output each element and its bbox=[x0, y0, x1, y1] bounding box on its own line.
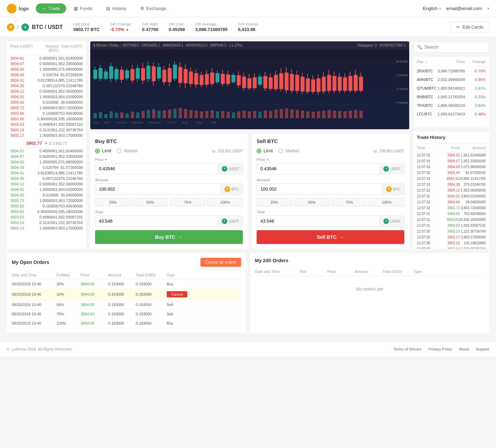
buy-limit-tab[interactable]: Limit bbox=[95, 148, 111, 153]
svg-rect-116 bbox=[125, 113, 129, 118]
sell-market-radio[interactable] bbox=[278, 149, 283, 153]
trade-history-row: 12:07:303903.191,222.30736764 bbox=[413, 246, 489, 249]
pair-row[interactable]: LTC/BTC1,699.62173419-0.48% bbox=[413, 110, 489, 119]
bid-row[interactable]: 3904.413.81238514,885.11411785 bbox=[7, 170, 86, 176]
main-content: Price (USDT) Amount (BTC) Total (USDT) 3… bbox=[0, 37, 496, 253]
sell-total-input[interactable] bbox=[257, 216, 380, 226]
chart-area: ₿ Bitcoin / Dollar, □ BITFINEX · OPEN655… bbox=[90, 41, 409, 249]
terms-link[interactable]: Terms of Service bbox=[393, 347, 422, 351]
svg-rect-104 bbox=[349, 76, 352, 91]
bid-row[interactable]: 3903.656.90000026,935.18500000 bbox=[7, 209, 86, 214]
bid-row[interactable]: 3903.101.0000003,903.17000000 bbox=[7, 225, 86, 231]
bid-row[interactable]: 3904.490.02076481.07283036 bbox=[7, 165, 86, 170]
user-email[interactable]: email@email.com bbox=[446, 6, 482, 11]
sell-price-drop-icon: ▾ bbox=[267, 158, 268, 161]
cancel-all-orders-button[interactable]: Cancel all orders bbox=[200, 258, 241, 267]
ask-row[interactable]: 3904.300.097132379.23246760 bbox=[7, 83, 86, 89]
pair-row[interactable]: ZRX/BTC3,086.71089785-5.70% bbox=[413, 67, 489, 75]
ask-row[interactable]: 3904.670.5000001,952.33500000 bbox=[7, 61, 86, 67]
bid-row[interactable]: 3904.011.0000003,904.01000000 bbox=[7, 187, 86, 192]
pair-row[interactable]: QTUM/BTC1,883.961483212.91% bbox=[413, 84, 489, 93]
sell-action-button[interactable]: Sell BTC → bbox=[257, 230, 404, 244]
edit-cards-button[interactable]: ✏ Edit Cards bbox=[451, 21, 489, 33]
sell-limit-tab[interactable]: Limit bbox=[257, 148, 273, 153]
about-link[interactable]: About bbox=[459, 347, 469, 351]
ask-row[interactable]: 3903.660.193000753.40638000 bbox=[7, 111, 86, 116]
nav-trade-button[interactable]: ↔ Trade bbox=[36, 3, 66, 13]
pair-row[interactable]: BNB/BTC1,840.217820540.33% bbox=[413, 93, 489, 101]
sell-amount-input[interactable] bbox=[257, 184, 382, 194]
ask-row[interactable]: 3903.721.0000003,903.72000000 bbox=[7, 105, 86, 111]
sell-price-input[interactable] bbox=[257, 163, 380, 174]
pair-row[interactable]: ARN/BTC2,032.39958309-4.95% bbox=[413, 75, 489, 84]
sell-75pct-button[interactable]: 75% bbox=[332, 198, 367, 206]
buy-50pct-button[interactable]: 50% bbox=[133, 198, 168, 206]
bid-row[interactable]: 3904.000.01000039.04000000 bbox=[7, 192, 86, 198]
privacy-link[interactable]: Privacy Policy bbox=[428, 347, 452, 351]
ask-row[interactable]: 3904.011.0000003,904.01000000 bbox=[7, 94, 86, 100]
sell-limit-radio[interactable] bbox=[257, 149, 261, 153]
limit-radio[interactable] bbox=[95, 149, 100, 153]
bid-row[interactable]: 3904.670.5000001,952.33500000 bbox=[7, 154, 86, 159]
buy-action-button[interactable]: Buy BTC → bbox=[95, 230, 243, 244]
sell-100pct-button[interactable]: 100% bbox=[369, 198, 404, 206]
bid-row[interactable]: 3904.120.5000001,952.06000000 bbox=[7, 181, 86, 187]
nav-history-button[interactable]: ▤ History bbox=[100, 3, 132, 13]
bid-row[interactable]: 3904.601.3000005,075.98000000 bbox=[7, 159, 86, 165]
chart-top-bar: ₿ Bitcoin / Dollar, □ BITFINEX · OPEN655… bbox=[90, 41, 409, 49]
ask-row[interactable]: 3903.171.0000003,903.17000000 bbox=[7, 133, 86, 138]
buy-total-input-group: T USDT bbox=[95, 215, 243, 227]
buy-25pct-button[interactable]: 25% bbox=[95, 198, 131, 206]
trade-history-panel: Trade History Time Price Amount 12:07:33… bbox=[413, 131, 489, 249]
search-input[interactable] bbox=[424, 44, 485, 50]
buy-market-tab[interactable]: Market bbox=[117, 148, 137, 153]
nav-funds-button[interactable]: ▦ Funds bbox=[68, 3, 99, 13]
ask-row[interactable]: 3903.630.4080641,592.93087232 bbox=[7, 122, 86, 127]
ask-row[interactable]: 3904.601.3000005,075.98000000 bbox=[7, 67, 86, 72]
buy-price-currency: T USDT bbox=[218, 164, 242, 174]
buy-amount-input[interactable] bbox=[95, 184, 221, 194]
ask-row[interactable]: 3904.000.01000039.04000000 bbox=[7, 100, 86, 105]
sell-market-tab[interactable]: Market bbox=[278, 148, 299, 153]
buy-100pct-button[interactable]: 100% bbox=[207, 198, 243, 206]
ask-row[interactable]: 3904.413.81238514,885.11411785 bbox=[7, 78, 86, 83]
bid-row[interactable]: 3903.190.3131561,222.30736764 bbox=[7, 220, 86, 225]
cancel-order-button[interactable]: Cancel bbox=[167, 291, 187, 297]
ask-row[interactable]: 3903.190.3131561,222.30736764 bbox=[7, 127, 86, 133]
exchange-icon: ⚙ bbox=[140, 6, 144, 11]
nav-exchange-button[interactable]: ⚙ Exchange bbox=[134, 3, 173, 13]
buy-price-input-group: T USDT bbox=[95, 163, 243, 174]
svg-rect-32 bbox=[258, 77, 262, 84]
buy-price-input[interactable] bbox=[95, 163, 218, 174]
support-link[interactable]: Support bbox=[476, 347, 489, 351]
trade-history-row: 12:07:323904.013,904.01000000 bbox=[413, 193, 489, 199]
user-menu-chevron-icon: ▾ bbox=[487, 7, 489, 10]
logo[interactable]: logo bbox=[7, 4, 29, 13]
svg-rect-128 bbox=[189, 110, 193, 118]
bid-row[interactable]: 3904.300.097132379.23246760 bbox=[7, 176, 86, 181]
footer-links: Terms of Service Privacy Policy About Su… bbox=[393, 347, 489, 351]
svg-rect-149 bbox=[301, 111, 304, 118]
ask-row[interactable]: 3904.810.4000001,561.92400000 bbox=[7, 55, 86, 61]
bid-row[interactable]: 3903.721.0000003,903.72000000 bbox=[7, 198, 86, 203]
svg-rect-10 bbox=[99, 68, 102, 79]
ask-row[interactable]: 3904.490.02076481.07283036 bbox=[7, 72, 86, 78]
ask-row[interactable]: 3903.656.90000026,935.18500000 bbox=[7, 116, 86, 122]
history-icon: ▤ bbox=[106, 6, 110, 11]
market-radio[interactable] bbox=[117, 149, 122, 153]
sell-25pct-button[interactable]: 25% bbox=[257, 198, 292, 206]
language-selector[interactable]: English ▾ bbox=[423, 6, 441, 11]
buy-total-input[interactable] bbox=[95, 216, 218, 226]
trade-history-row: 12:07:303903.10156.19815890 bbox=[413, 240, 489, 246]
bid-row[interactable]: 3903.660.193000753.40638000 bbox=[7, 203, 86, 209]
bid-row[interactable]: 3904.810.4000001,561.92400000 bbox=[7, 148, 86, 154]
sell-type-tabs: Limit Market 🗂 235.651 USDT bbox=[257, 148, 404, 153]
buy-price-label: Price ▾ bbox=[95, 157, 243, 162]
bid-row[interactable]: 3903.630.4080641,592.93087232 bbox=[7, 214, 86, 220]
ask-row[interactable]: 3904.120.5000001,952.06000000 bbox=[7, 89, 86, 94]
pair-row[interactable]: TRX/BTC1,800.465962163.84% bbox=[413, 101, 489, 110]
trade-history-list: 12:07:333904.811,561.9240000012:07:33390… bbox=[413, 152, 489, 249]
svg-rect-148 bbox=[296, 110, 299, 118]
buy-75pct-button[interactable]: 75% bbox=[170, 198, 206, 206]
sell-50pct-button[interactable]: 50% bbox=[294, 198, 330, 206]
